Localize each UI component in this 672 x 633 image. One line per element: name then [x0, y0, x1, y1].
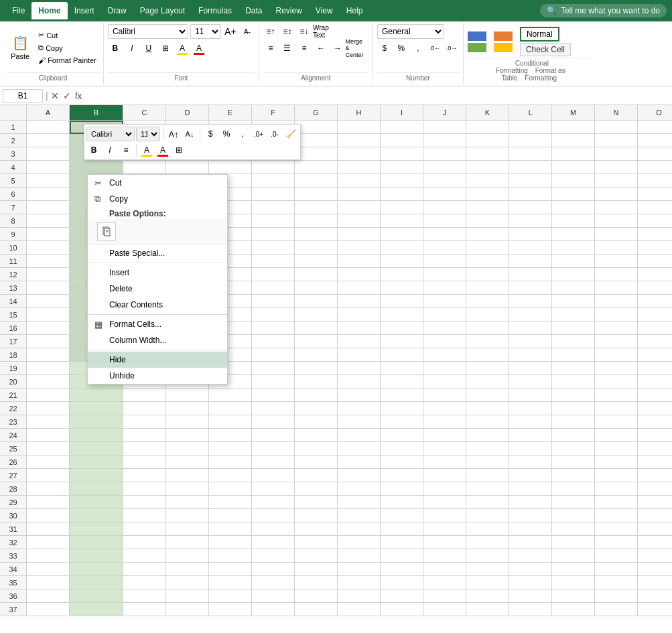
cell-H18[interactable]	[338, 348, 381, 362]
cell-M1[interactable]	[552, 121, 595, 134]
cell-J30[interactable]	[423, 509, 466, 522]
cell-J29[interactable]	[423, 496, 466, 509]
cell-A1[interactable]	[27, 121, 70, 134]
row-header-34[interactable]: 34	[0, 563, 27, 576]
ctx-clear-contents[interactable]: Clear Contents	[88, 297, 227, 313]
cell-J5[interactable]	[423, 174, 466, 188]
cell-A13[interactable]	[27, 281, 70, 295]
cell-B23[interactable]	[70, 415, 123, 429]
cell-D33[interactable]	[166, 549, 209, 563]
cell-L8[interactable]	[509, 214, 552, 228]
cell-G3[interactable]	[295, 147, 338, 161]
cell-E36[interactable]	[209, 589, 252, 603]
cell-D25[interactable]	[166, 442, 209, 455]
cell-H14[interactable]	[338, 295, 381, 308]
cell-I15[interactable]	[381, 308, 423, 322]
ctx-hide[interactable]: Hide	[88, 352, 227, 368]
cell-M30[interactable]	[552, 509, 595, 522]
cell-C31[interactable]	[123, 522, 166, 536]
cell-F17[interactable]	[252, 335, 295, 348]
cell-styles-button[interactable]: Formatting	[522, 74, 559, 82]
col-header-C[interactable]: C	[123, 105, 166, 120]
cell-F29[interactable]	[252, 496, 295, 509]
cell-G5[interactable]	[295, 174, 338, 188]
mini-fill-color-button[interactable]: A	[139, 143, 154, 157]
cell-N4[interactable]	[595, 161, 638, 174]
cell-G15[interactable]	[295, 308, 338, 322]
align-center-top-button[interactable]: ≡↕	[280, 24, 295, 39]
cell-A29[interactable]	[27, 496, 70, 509]
cell-D36[interactable]	[166, 589, 209, 603]
select-all-button[interactable]	[0, 105, 27, 120]
cell-D22[interactable]	[166, 402, 209, 415]
cell-J27[interactable]	[423, 469, 466, 482]
cell-O10[interactable]	[638, 241, 672, 255]
cell-E32[interactable]	[209, 536, 252, 549]
cell-N14[interactable]	[595, 295, 638, 308]
cell-E35[interactable]	[209, 576, 252, 589]
cell-N2[interactable]	[595, 134, 638, 147]
cell-I21[interactable]	[381, 389, 423, 402]
cell-B34[interactable]	[70, 563, 123, 576]
cell-C37[interactable]	[123, 603, 166, 616]
cell-D4[interactable]	[166, 161, 209, 174]
cell-B29[interactable]	[70, 496, 123, 509]
cell-F34[interactable]	[252, 563, 295, 576]
cell-I17[interactable]	[381, 335, 423, 348]
cell-C21[interactable]	[123, 389, 166, 402]
cell-O19[interactable]	[638, 362, 672, 375]
cell-M13[interactable]	[552, 281, 595, 295]
cell-G7[interactable]	[295, 201, 338, 214]
cell-L3[interactable]	[509, 147, 552, 161]
cell-G18[interactable]	[295, 348, 338, 362]
cell-L7[interactable]	[509, 201, 552, 214]
mini-size-decrease-button[interactable]: A↓	[182, 127, 197, 141]
cell-G19[interactable]	[295, 362, 338, 375]
col-header-A[interactable]: A	[27, 105, 70, 120]
cell-J10[interactable]	[423, 241, 466, 255]
cell-N36[interactable]	[595, 589, 638, 603]
cell-I30[interactable]	[381, 509, 423, 522]
style-normal[interactable]: Normal	[520, 27, 559, 42]
cell-H5[interactable]	[338, 174, 381, 188]
cell-O9[interactable]	[638, 228, 672, 241]
cell-J28[interactable]	[423, 482, 466, 496]
tab-review[interactable]: Review	[269, 2, 308, 19]
cell-G23[interactable]	[295, 415, 338, 429]
cell-B26[interactable]	[70, 455, 123, 469]
cell-N15[interactable]	[595, 308, 638, 322]
cell-L12[interactable]	[509, 268, 552, 281]
cell-E22[interactable]	[209, 402, 252, 415]
cell-J11[interactable]	[423, 255, 466, 268]
mini-eraser-button[interactable]: 🧹	[283, 127, 298, 141]
cell-O14[interactable]	[638, 295, 672, 308]
row-header-18[interactable]: 18	[0, 348, 27, 362]
cell-K7[interactable]	[466, 201, 509, 214]
cell-I19[interactable]	[381, 362, 423, 375]
cell-B24[interactable]	[70, 429, 123, 442]
cell-A17[interactable]	[27, 335, 70, 348]
row-header-13[interactable]: 13	[0, 281, 27, 295]
cell-I5[interactable]	[381, 174, 423, 188]
cell-A19[interactable]	[27, 362, 70, 375]
cell-F18[interactable]	[252, 348, 295, 362]
cell-A33[interactable]	[27, 549, 70, 563]
ctx-format-cells[interactable]: ▦ Format Cells...	[88, 316, 227, 332]
align-right-top-button[interactable]: ≡↓	[297, 24, 312, 39]
cell-O3[interactable]	[638, 147, 672, 161]
col-header-N[interactable]: N	[595, 105, 638, 120]
decimal-increase-button[interactable]: .0←	[427, 41, 442, 56]
cell-G30[interactable]	[295, 509, 338, 522]
cell-H13[interactable]	[338, 281, 381, 295]
cell-G25[interactable]	[295, 442, 338, 455]
cell-H26[interactable]	[338, 455, 381, 469]
cell-G1[interactable]	[295, 121, 338, 134]
cell-O22[interactable]	[638, 402, 672, 415]
cell-M14[interactable]	[552, 295, 595, 308]
ctx-copy[interactable]: ⧉ Copy	[88, 191, 227, 207]
cell-H16[interactable]	[338, 322, 381, 335]
col-header-E[interactable]: E	[209, 105, 252, 120]
cell-H30[interactable]	[338, 509, 381, 522]
cell-J13[interactable]	[423, 281, 466, 295]
row-header-27[interactable]: 27	[0, 469, 27, 482]
